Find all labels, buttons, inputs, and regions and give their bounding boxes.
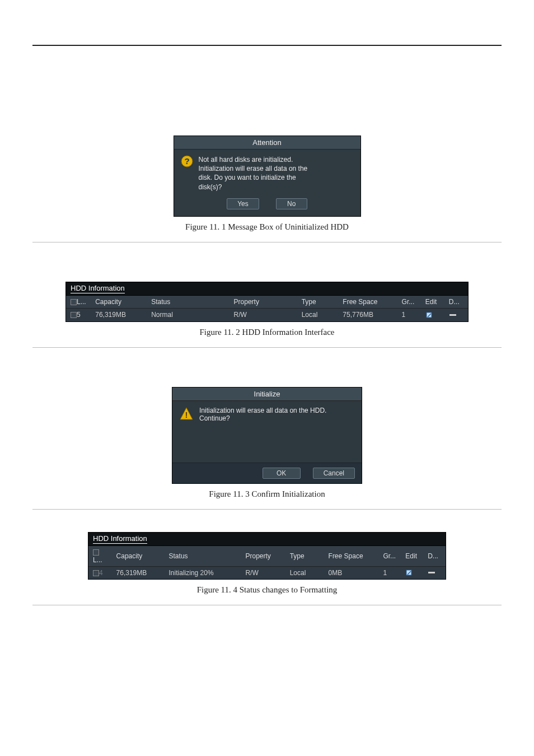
svg-rect-7 bbox=[428, 572, 435, 573]
row-group: 1 bbox=[397, 308, 421, 321]
row-capacity-2: 76,319MB bbox=[112, 566, 165, 579]
col-edit: Edit bbox=[421, 296, 444, 309]
hdd-info-panel-1: HDD Information L... Capacity Status Pro… bbox=[65, 282, 469, 322]
col-group-2: Gr... bbox=[378, 546, 401, 567]
initialize-line2: Continue? bbox=[199, 414, 326, 422]
hdd-info-title: HDD Information bbox=[71, 284, 125, 293]
row-type: Local bbox=[297, 308, 339, 321]
col-delete-2: D... bbox=[423, 546, 446, 567]
row-type-2: Local bbox=[285, 566, 324, 579]
row-index: 5 bbox=[77, 311, 81, 319]
col-l-2: L... bbox=[93, 556, 102, 564]
edit-icon[interactable] bbox=[405, 569, 413, 577]
attention-title: Attention bbox=[174, 136, 360, 150]
row-property: R/W bbox=[229, 308, 297, 321]
initialize-title: Initialize bbox=[172, 388, 362, 401]
attention-line1: Not all hard disks are initialized. bbox=[199, 155, 308, 164]
row-checkbox-2[interactable] bbox=[93, 570, 99, 576]
edit-icon[interactable] bbox=[425, 311, 433, 319]
row-free-2: 0MB bbox=[324, 566, 379, 579]
col-group: Gr... bbox=[397, 296, 421, 309]
initialize-dialog: Initialize ! Initialization will erase a… bbox=[172, 387, 362, 484]
table-row[interactable]: 4 76,319MB Initializing 20% R/W Local 0M… bbox=[88, 566, 446, 579]
col-capacity-2: Capacity bbox=[112, 546, 165, 567]
row-delete[interactable] bbox=[444, 308, 468, 321]
question-icon: ? bbox=[181, 155, 193, 167]
header-checkbox[interactable] bbox=[71, 299, 77, 305]
figure-caption-2: Figure 11. 2 HDD Information Interface bbox=[32, 328, 502, 337]
row-group-2: 1 bbox=[378, 566, 401, 579]
warning-icon: ! bbox=[179, 407, 194, 421]
row-edit[interactable] bbox=[421, 308, 444, 321]
figure-caption-3: Figure 11. 3 Confirm Initialization bbox=[32, 489, 502, 499]
figure-caption-1: Figure 11. 1 Message Box of Uninitialize… bbox=[32, 222, 502, 232]
attention-line2: Initialization will erase all data on th… bbox=[199, 164, 308, 173]
col-free-2: Free Space bbox=[324, 546, 379, 567]
col-l: L... bbox=[77, 298, 86, 306]
svg-rect-3 bbox=[449, 314, 456, 316]
col-property-2: Property bbox=[241, 546, 285, 567]
col-status: Status bbox=[147, 296, 229, 309]
col-capacity: Capacity bbox=[91, 296, 147, 309]
figure-caption-4: Figure 11. 4 Status changes to Formattin… bbox=[32, 585, 502, 595]
svg-text:!: ! bbox=[185, 410, 188, 419]
col-property: Property bbox=[229, 296, 297, 309]
attention-line4: disk(s)? bbox=[199, 183, 308, 192]
row-free: 75,776MB bbox=[338, 308, 397, 321]
initialize-line1: Initialization will erase all data on th… bbox=[199, 407, 326, 414]
row-property-2: R/W bbox=[241, 566, 285, 579]
col-type: Type bbox=[297, 296, 339, 309]
initialize-message: Initialization will erase all data on th… bbox=[199, 407, 326, 429]
col-status-2: Status bbox=[165, 546, 241, 567]
delete-icon[interactable] bbox=[449, 311, 457, 319]
ok-button[interactable]: OK bbox=[263, 468, 301, 479]
header-checkbox-2[interactable] bbox=[93, 549, 99, 556]
attention-message: Not all hard disks are initialized. Init… bbox=[199, 155, 308, 192]
row-index-2: 4 bbox=[99, 569, 103, 577]
svg-text:?: ? bbox=[184, 156, 189, 166]
no-button[interactable]: No bbox=[276, 198, 307, 209]
attention-line3: disk. Do you want to initialize the bbox=[199, 173, 308, 182]
attention-dialog: Attention ? Not all hard disks are initi… bbox=[174, 136, 361, 217]
col-edit-2: Edit bbox=[401, 546, 423, 567]
col-free: Free Space bbox=[338, 296, 397, 309]
table-row[interactable]: 5 76,319MB Normal R/W Local 75,776MB 1 bbox=[66, 308, 468, 321]
row-status-2: Initializing 20% bbox=[165, 566, 241, 579]
hdd-info-panel-2: HDD Information L... Capacity Status Pro… bbox=[88, 532, 446, 580]
col-type-2: Type bbox=[285, 546, 324, 567]
row-edit-2[interactable] bbox=[401, 566, 423, 579]
delete-icon[interactable] bbox=[428, 568, 435, 576]
row-delete-2[interactable] bbox=[423, 566, 446, 579]
cancel-button[interactable]: Cancel bbox=[313, 468, 355, 479]
row-capacity: 76,319MB bbox=[91, 308, 147, 321]
row-status: Normal bbox=[147, 308, 229, 321]
hdd-info-title-2: HDD Information bbox=[93, 534, 147, 544]
yes-button[interactable]: Yes bbox=[227, 198, 259, 209]
col-delete: D... bbox=[444, 296, 468, 309]
row-checkbox[interactable] bbox=[71, 312, 77, 318]
